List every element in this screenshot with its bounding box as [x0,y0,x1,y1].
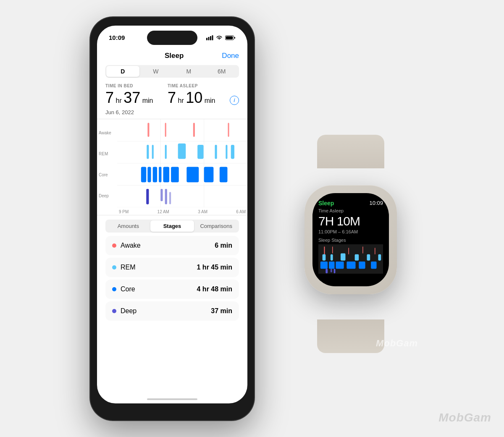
svg-rect-25 [141,167,146,182]
tab-amounts[interactable]: Amounts [106,220,150,232]
segment-6m[interactable]: 6M [205,66,239,77]
rem-duration: 1 hr 45 min [197,264,232,271]
scene-watermark: MobGam [438,411,491,424]
time-in-bed-stat: TIME IN BED 7 hr 37 min [105,84,168,107]
core-duration: 4 hr 48 min [197,285,232,293]
app-title: Sleep [126,52,222,60]
tab-comparisons[interactable]: Comparisons [194,220,238,232]
watch-big-time: 7H 10M [318,214,383,228]
svg-rect-17 [147,144,149,159]
signal-icon [206,35,213,40]
view-tabs: Amounts Stages Comparisons [105,220,239,233]
chart-time-axis: 9 PM 12 AM 3 AM 6 AM [117,209,247,214]
deep-label: Deep [121,307,136,315]
core-label: Core [121,285,135,293]
awake-duration: 6 min [215,242,232,249]
watch-device: Sleep 10:09 Time Asleep 7H 10M 11:00PM –… [288,164,414,324]
time-in-bed-value: 7 hr 37 min [105,89,168,107]
time-label-6am: 6 AM [236,209,246,214]
time-in-bed-hr: hr [114,97,123,104]
segment-d[interactable]: D [106,66,139,77]
core-dot [112,287,116,291]
svg-rect-3 [212,35,213,40]
stage-left-awake: Awake [112,242,141,249]
awake-dot [112,243,116,248]
svg-rect-46 [341,253,346,260]
svg-rect-14 [165,123,166,137]
info-icon-area[interactable]: i [230,96,239,107]
chart-label-core: Core [97,173,117,177]
watch-band-bottom [317,319,384,353]
stage-list: Awake 6 min REM 1 hr 45 min Core [97,236,247,323]
scene: 10:09 [0,0,504,437]
svg-rect-52 [336,261,344,268]
svg-rect-30 [171,167,179,182]
watch-sleep-chart [318,244,383,274]
rem-dot [112,265,116,270]
watch-header: Sleep 10:09 [318,200,383,207]
svg-rect-31 [186,167,199,182]
status-time: 10:09 [109,34,125,41]
time-asleep-min: min [202,97,215,104]
svg-rect-23 [226,144,227,159]
time-label-9pm: 9 PM [119,209,129,214]
svg-rect-24 [231,144,234,159]
battery-icon [225,35,236,40]
svg-rect-2 [210,36,211,40]
time-in-bed-label: TIME IN BED [105,84,168,88]
time-asleep-minutes: 10 [186,89,202,106]
svg-rect-53 [346,261,355,268]
stats-row: TIME IN BED 7 hr 37 min TIME ASLEEP 7 hr… [105,84,239,107]
watch-app-title: Sleep [318,200,334,207]
svg-rect-49 [378,254,381,260]
chart-label-awake: Awake [97,131,117,135]
sleep-chart: Awake REM Core Deep [97,119,247,215]
svg-rect-1 [208,37,210,40]
deep-duration: 37 min [211,307,232,315]
stage-left-core: Core [112,285,135,293]
tab-stages[interactable]: Stages [150,220,194,232]
dynamic-island [147,31,197,45]
home-indicator [147,398,197,400]
svg-rect-50 [320,261,328,268]
watch-time-asleep-label: Time Asleep [318,208,383,213]
iphone-screen: 10:09 [97,26,247,403]
svg-rect-32 [204,167,214,182]
sleep-chart-svg [117,119,247,207]
stage-item-core: Core 4 hr 48 min [105,280,239,299]
svg-rect-15 [193,123,195,137]
stage-item-deep: Deep 37 min [105,301,239,321]
stage-left-rem: REM [112,264,136,271]
wifi-icon [216,35,223,40]
svg-rect-16 [228,123,229,137]
svg-rect-13 [147,123,149,137]
awake-label: Awake [121,242,141,249]
svg-rect-29 [163,167,169,182]
watch-status-time: 10:09 [369,200,383,206]
status-icons [206,35,236,40]
stage-left-deep: Deep [112,307,136,315]
segment-w[interactable]: W [139,66,173,77]
time-asleep-label: TIME ASLEEP [168,84,230,88]
time-asleep-value: 7 hr 10 min [168,89,230,107]
svg-rect-21 [197,144,203,159]
svg-rect-22 [215,144,217,159]
svg-rect-20 [178,143,186,159]
svg-rect-27 [153,167,157,182]
svg-rect-34 [146,188,149,204]
time-in-bed-minutes: 37 [123,89,140,106]
svg-rect-58 [334,269,336,273]
svg-rect-28 [159,167,161,182]
svg-rect-19 [165,144,167,159]
svg-rect-45 [331,254,333,260]
info-icon[interactable]: i [230,96,239,105]
done-button[interactable]: Done [222,52,239,60]
time-label-12am: 12 AM [158,209,169,214]
rem-label: REM [121,264,136,271]
svg-rect-0 [206,38,207,40]
svg-rect-36 [165,188,167,204]
segment-m[interactable]: M [172,66,205,77]
svg-rect-51 [329,261,334,268]
svg-rect-35 [160,188,163,201]
stage-item-rem: REM 1 hr 45 min [105,258,239,277]
